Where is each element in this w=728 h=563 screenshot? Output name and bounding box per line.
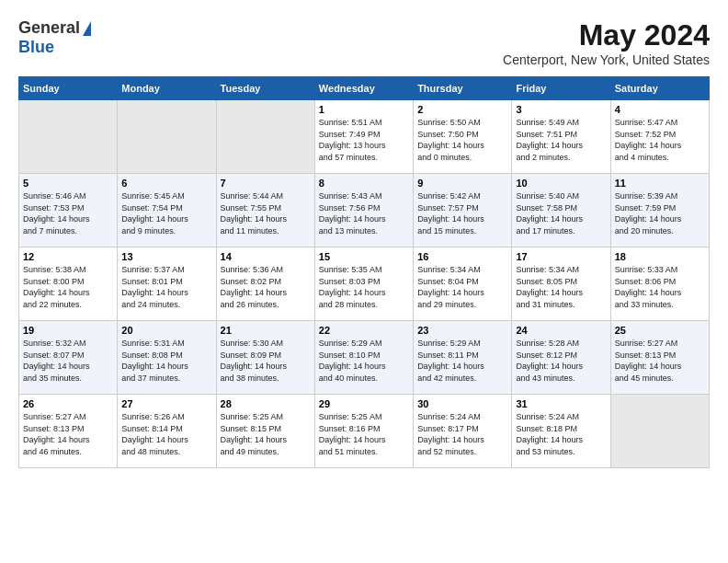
day-info: Sunrise: 5:26 AM Sunset: 8:14 PM Dayligh… bbox=[121, 411, 211, 457]
day-number: 16 bbox=[417, 251, 507, 262]
calendar-cell: 12Sunrise: 5:38 AM Sunset: 8:00 PM Dayli… bbox=[19, 247, 118, 321]
day-number: 4 bbox=[615, 104, 705, 115]
title-block: May 2024 Centerport, New York, United St… bbox=[503, 18, 710, 67]
day-number: 18 bbox=[615, 251, 705, 262]
calendar-cell: 2Sunrise: 5:50 AM Sunset: 7:50 PM Daylig… bbox=[414, 100, 512, 174]
calendar-body: 1Sunrise: 5:51 AM Sunset: 7:49 PM Daylig… bbox=[19, 100, 710, 468]
day-number: 5 bbox=[23, 178, 113, 189]
day-number: 10 bbox=[516, 178, 606, 189]
day-number: 31 bbox=[516, 398, 606, 409]
calendar-cell: 20Sunrise: 5:31 AM Sunset: 8:08 PM Dayli… bbox=[118, 321, 216, 395]
calendar-cell: 1Sunrise: 5:51 AM Sunset: 7:49 PM Daylig… bbox=[314, 100, 413, 174]
calendar-week-row: 12Sunrise: 5:38 AM Sunset: 8:00 PM Dayli… bbox=[19, 247, 710, 321]
day-info: Sunrise: 5:36 AM Sunset: 8:02 PM Dayligh… bbox=[221, 264, 311, 310]
logo-blue-text: Blue bbox=[18, 38, 54, 56]
day-info: Sunrise: 5:47 AM Sunset: 7:52 PM Dayligh… bbox=[615, 117, 705, 163]
calendar-cell bbox=[216, 100, 314, 174]
day-number: 12 bbox=[23, 251, 113, 262]
day-info: Sunrise: 5:28 AM Sunset: 8:12 PM Dayligh… bbox=[516, 338, 606, 384]
day-number: 11 bbox=[615, 178, 705, 189]
day-info: Sunrise: 5:32 AM Sunset: 8:07 PM Dayligh… bbox=[23, 338, 113, 384]
calendar-cell: 11Sunrise: 5:39 AM Sunset: 7:59 PM Dayli… bbox=[610, 174, 709, 247]
day-info: Sunrise: 5:38 AM Sunset: 8:00 PM Dayligh… bbox=[23, 264, 113, 310]
day-info: Sunrise: 5:27 AM Sunset: 8:13 PM Dayligh… bbox=[23, 411, 113, 457]
day-info: Sunrise: 5:51 AM Sunset: 7:49 PM Dayligh… bbox=[319, 117, 409, 163]
calendar-cell: 8Sunrise: 5:43 AM Sunset: 7:56 PM Daylig… bbox=[314, 174, 413, 247]
calendar-cell: 23Sunrise: 5:29 AM Sunset: 8:11 PM Dayli… bbox=[414, 321, 512, 395]
calendar-cell: 10Sunrise: 5:40 AM Sunset: 7:58 PM Dayli… bbox=[512, 174, 610, 247]
day-number: 8 bbox=[319, 178, 409, 189]
day-info: Sunrise: 5:33 AM Sunset: 8:06 PM Dayligh… bbox=[615, 264, 705, 310]
day-info: Sunrise: 5:42 AM Sunset: 7:57 PM Dayligh… bbox=[417, 190, 507, 236]
calendar-week-row: 26Sunrise: 5:27 AM Sunset: 8:13 PM Dayli… bbox=[19, 395, 710, 468]
day-info: Sunrise: 5:50 AM Sunset: 7:50 PM Dayligh… bbox=[417, 117, 507, 163]
calendar-cell: 22Sunrise: 5:29 AM Sunset: 8:10 PM Dayli… bbox=[314, 321, 413, 395]
day-number: 13 bbox=[121, 251, 211, 262]
day-number: 20 bbox=[121, 325, 211, 336]
location-subtitle: Centerport, New York, United States bbox=[503, 52, 710, 67]
day-number: 22 bbox=[319, 325, 409, 336]
calendar-cell: 18Sunrise: 5:33 AM Sunset: 8:06 PM Dayli… bbox=[610, 247, 709, 321]
month-year-title: May 2024 bbox=[503, 18, 710, 52]
day-number: 28 bbox=[221, 398, 311, 409]
calendar-cell: 21Sunrise: 5:30 AM Sunset: 8:09 PM Dayli… bbox=[216, 321, 314, 395]
weekday-header: Saturday bbox=[610, 77, 709, 100]
day-info: Sunrise: 5:24 AM Sunset: 8:17 PM Dayligh… bbox=[417, 411, 507, 457]
calendar-cell: 7Sunrise: 5:44 AM Sunset: 7:55 PM Daylig… bbox=[216, 174, 314, 247]
day-number: 2 bbox=[417, 104, 507, 115]
day-number: 15 bbox=[319, 251, 409, 262]
calendar-cell: 14Sunrise: 5:36 AM Sunset: 8:02 PM Dayli… bbox=[216, 247, 314, 321]
calendar-cell: 5Sunrise: 5:46 AM Sunset: 7:53 PM Daylig… bbox=[19, 174, 118, 247]
calendar-cell: 29Sunrise: 5:25 AM Sunset: 8:16 PM Dayli… bbox=[314, 395, 413, 468]
day-info: Sunrise: 5:34 AM Sunset: 8:04 PM Dayligh… bbox=[417, 264, 507, 310]
logo-general-text: General bbox=[18, 18, 80, 38]
day-info: Sunrise: 5:34 AM Sunset: 8:05 PM Dayligh… bbox=[516, 264, 606, 310]
day-number: 30 bbox=[417, 398, 507, 409]
day-info: Sunrise: 5:31 AM Sunset: 8:08 PM Dayligh… bbox=[121, 338, 211, 384]
day-number: 23 bbox=[417, 325, 507, 336]
day-number: 17 bbox=[516, 251, 606, 262]
weekday-header: Sunday bbox=[19, 77, 118, 100]
day-number: 9 bbox=[417, 178, 507, 189]
calendar-table: SundayMondayTuesdayWednesdayThursdayFrid… bbox=[18, 76, 710, 468]
calendar-cell: 16Sunrise: 5:34 AM Sunset: 8:04 PM Dayli… bbox=[414, 247, 512, 321]
day-number: 27 bbox=[121, 398, 211, 409]
day-info: Sunrise: 5:30 AM Sunset: 8:09 PM Dayligh… bbox=[221, 338, 311, 384]
calendar-week-row: 1Sunrise: 5:51 AM Sunset: 7:49 PM Daylig… bbox=[19, 100, 710, 174]
day-info: Sunrise: 5:43 AM Sunset: 7:56 PM Dayligh… bbox=[319, 190, 409, 236]
day-info: Sunrise: 5:40 AM Sunset: 7:58 PM Dayligh… bbox=[516, 190, 606, 236]
calendar-header: SundayMondayTuesdayWednesdayThursdayFrid… bbox=[19, 77, 710, 100]
day-info: Sunrise: 5:39 AM Sunset: 7:59 PM Dayligh… bbox=[615, 190, 705, 236]
calendar-cell: 25Sunrise: 5:27 AM Sunset: 8:13 PM Dayli… bbox=[610, 321, 709, 395]
calendar-cell: 6Sunrise: 5:45 AM Sunset: 7:54 PM Daylig… bbox=[118, 174, 216, 247]
day-info: Sunrise: 5:44 AM Sunset: 7:55 PM Dayligh… bbox=[221, 190, 311, 236]
calendar-cell: 28Sunrise: 5:25 AM Sunset: 8:15 PM Dayli… bbox=[216, 395, 314, 468]
day-info: Sunrise: 5:45 AM Sunset: 7:54 PM Dayligh… bbox=[121, 190, 211, 236]
day-info: Sunrise: 5:24 AM Sunset: 8:18 PM Dayligh… bbox=[516, 411, 606, 457]
day-number: 14 bbox=[221, 251, 311, 262]
weekday-header: Monday bbox=[118, 77, 216, 100]
calendar-cell bbox=[118, 100, 216, 174]
day-info: Sunrise: 5:27 AM Sunset: 8:13 PM Dayligh… bbox=[615, 338, 705, 384]
calendar-cell: 15Sunrise: 5:35 AM Sunset: 8:03 PM Dayli… bbox=[314, 247, 413, 321]
day-number: 29 bbox=[319, 398, 409, 409]
calendar-cell: 9Sunrise: 5:42 AM Sunset: 7:57 PM Daylig… bbox=[414, 174, 512, 247]
day-number: 21 bbox=[221, 325, 311, 336]
calendar-cell: 19Sunrise: 5:32 AM Sunset: 8:07 PM Dayli… bbox=[19, 321, 118, 395]
day-number: 1 bbox=[319, 104, 409, 115]
day-info: Sunrise: 5:25 AM Sunset: 8:16 PM Dayligh… bbox=[319, 411, 409, 457]
day-number: 7 bbox=[221, 178, 311, 189]
weekday-header: Thursday bbox=[414, 77, 512, 100]
calendar-cell bbox=[610, 395, 709, 468]
weekday-header: Wednesday bbox=[314, 77, 413, 100]
calendar-cell: 13Sunrise: 5:37 AM Sunset: 8:01 PM Dayli… bbox=[118, 247, 216, 321]
day-info: Sunrise: 5:37 AM Sunset: 8:01 PM Dayligh… bbox=[121, 264, 211, 310]
day-number: 24 bbox=[516, 325, 606, 336]
day-number: 26 bbox=[23, 398, 113, 409]
calendar-cell: 4Sunrise: 5:47 AM Sunset: 7:52 PM Daylig… bbox=[610, 100, 709, 174]
calendar-cell: 30Sunrise: 5:24 AM Sunset: 8:17 PM Dayli… bbox=[414, 395, 512, 468]
day-info: Sunrise: 5:25 AM Sunset: 8:15 PM Dayligh… bbox=[221, 411, 311, 457]
calendar-week-row: 5Sunrise: 5:46 AM Sunset: 7:53 PM Daylig… bbox=[19, 174, 710, 247]
day-number: 19 bbox=[23, 325, 113, 336]
day-info: Sunrise: 5:35 AM Sunset: 8:03 PM Dayligh… bbox=[319, 264, 409, 310]
